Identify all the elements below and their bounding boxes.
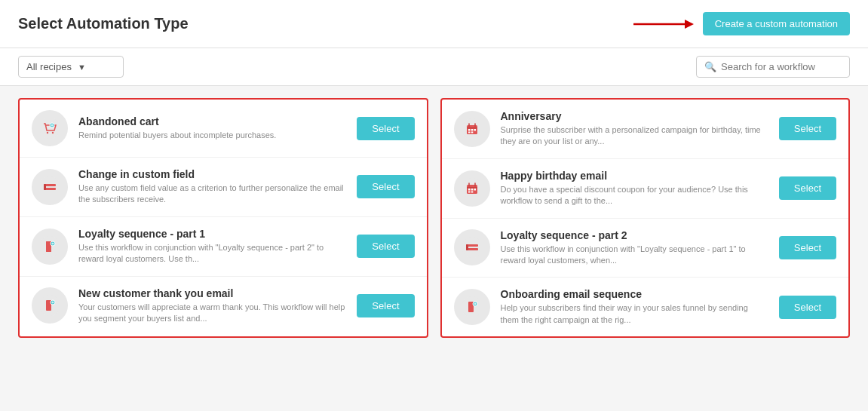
loyalty-sequence-1-info: Loyalty sequence - part 1 Use this workf… xyxy=(78,228,346,265)
change-custom-field-title: Change in custom field xyxy=(78,168,346,180)
svg-marker-1 xyxy=(685,20,694,29)
abandoned-cart-info: Abandoned cart Remind potential buyers a… xyxy=(78,115,346,141)
loyalty-sequence-1-desc: Use this workflow in conjunction with "L… xyxy=(78,242,346,265)
svg-rect-42 xyxy=(471,191,473,192)
svg-rect-32 xyxy=(471,131,473,133)
svg-rect-11 xyxy=(44,184,46,190)
dropdown-label: All recipes xyxy=(26,61,72,72)
loyalty-sequence-1-select-button[interactable]: Select xyxy=(357,235,414,258)
svg-rect-31 xyxy=(468,131,471,133)
search-input[interactable] xyxy=(721,61,842,72)
loyalty-sequence-2-desc: Use this workflow in conjunction with "L… xyxy=(501,244,768,267)
loyalty-sequence-2-title: Loyalty sequence - part 2 xyxy=(501,229,768,241)
change-custom-field-icon xyxy=(32,169,68,205)
onboarding-select-button[interactable]: Select xyxy=(779,296,836,319)
onboarding-info: Onboarding email sequence Help your subs… xyxy=(501,288,768,326)
happy-birthday-desc: Do you have a special discount coupon fo… xyxy=(501,184,768,207)
svg-point-2 xyxy=(39,118,60,139)
right-panel: Anniversary Surprise the subscriber with… xyxy=(440,98,851,338)
loyalty-sequence-1-icon xyxy=(32,229,68,265)
abandoned-cart-icon xyxy=(32,110,68,146)
svg-rect-38 xyxy=(468,189,471,191)
change-custom-field-select-button[interactable]: Select xyxy=(357,175,414,198)
happy-birthday-select-button[interactable]: Select xyxy=(779,176,836,200)
list-item: Happy birthday email Do you have a speci… xyxy=(442,159,849,219)
happy-birthday-info: Happy birthday email Do you have a speci… xyxy=(501,170,768,207)
anniversary-title: Anniversary xyxy=(501,110,768,122)
search-icon: 🔍 xyxy=(704,61,716,72)
abandoned-cart-desc: Remind potential buyers about incomplete… xyxy=(78,130,346,141)
svg-rect-41 xyxy=(468,191,471,192)
new-customer-thankyou-desc: Your customers will appreciate a warm th… xyxy=(78,302,346,325)
svg-point-4 xyxy=(52,132,54,133)
list-item: Change in custom field Use any custom fi… xyxy=(20,158,427,217)
red-arrow-icon xyxy=(633,17,694,32)
search-box: 🔍 xyxy=(696,56,850,78)
loyalty-sequence-2-select-button[interactable]: Select xyxy=(779,236,836,259)
list-item: Abandoned cart Remind potential buyers a… xyxy=(20,100,427,158)
onboarding-title: Onboarding email sequence xyxy=(501,288,768,300)
new-customer-thankyou-title: New customer thank you email xyxy=(78,287,346,299)
new-customer-thankyou-info: New customer thank you email Your custom… xyxy=(78,287,346,325)
toolbar: All recipes ▼ 🔍 xyxy=(0,48,868,86)
loyalty-sequence-1-title: Loyalty sequence - part 1 xyxy=(78,228,346,240)
list-item: New customer thank you email Your custom… xyxy=(20,277,427,336)
change-custom-field-info: Change in custom field Use any custom fi… xyxy=(78,168,346,206)
main-content: Abandoned cart Remind potential buyers a… xyxy=(0,86,868,350)
list-item: Loyalty sequence - part 1 Use this workf… xyxy=(20,217,427,277)
new-customer-thankyou-select-button[interactable]: Select xyxy=(357,294,414,317)
svg-rect-30 xyxy=(474,129,476,131)
svg-point-8 xyxy=(39,176,60,198)
happy-birthday-title: Happy birthday email xyxy=(501,170,768,182)
list-item: Onboarding email sequence Help your subs… xyxy=(442,278,849,336)
svg-rect-29 xyxy=(471,129,473,131)
list-item: Loyalty sequence - part 2 Use this workf… xyxy=(442,219,849,278)
anniversary-desc: Surprise the subscriber with a personali… xyxy=(501,124,768,148)
anniversary-info: Anniversary Surprise the subscriber with… xyxy=(501,110,768,148)
abandoned-cart-select-button[interactable]: Select xyxy=(357,117,414,140)
loyalty-sequence-2-info: Loyalty sequence - part 2 Use this workf… xyxy=(501,229,768,267)
happy-birthday-icon xyxy=(454,170,490,207)
svg-rect-35 xyxy=(467,187,477,189)
svg-rect-28 xyxy=(468,129,471,131)
onboarding-desc: Help your subscribers find their way in … xyxy=(501,302,768,326)
abandoned-cart-title: Abandoned cart xyxy=(78,115,346,127)
left-panel: Abandoned cart Remind potential buyers a… xyxy=(18,98,428,338)
change-custom-field-desc: Use any custom field value as a criterio… xyxy=(78,182,346,206)
list-item: Anniversary Surprise the subscriber with… xyxy=(442,100,849,159)
svg-rect-39 xyxy=(471,189,473,191)
anniversary-select-button[interactable]: Select xyxy=(779,117,836,140)
header-actions: Create a custom automation xyxy=(633,12,850,35)
recipes-dropdown[interactable]: All recipes ▼ xyxy=(18,56,124,78)
svg-point-43 xyxy=(462,237,483,258)
anniversary-icon xyxy=(454,111,490,147)
onboarding-icon xyxy=(454,289,490,325)
svg-rect-46 xyxy=(466,244,468,250)
chevron-down-icon: ▼ xyxy=(78,63,86,72)
svg-point-3 xyxy=(47,132,48,133)
create-custom-automation-button[interactable]: Create a custom automation xyxy=(703,12,850,35)
page-header: Select Automation Type Create a custom a… xyxy=(0,0,868,48)
svg-rect-40 xyxy=(474,189,476,191)
svg-rect-25 xyxy=(467,127,477,129)
new-customer-thankyou-icon xyxy=(32,287,68,324)
page-title: Select Automation Type xyxy=(18,15,189,32)
loyalty-sequence-2-icon xyxy=(454,229,490,265)
